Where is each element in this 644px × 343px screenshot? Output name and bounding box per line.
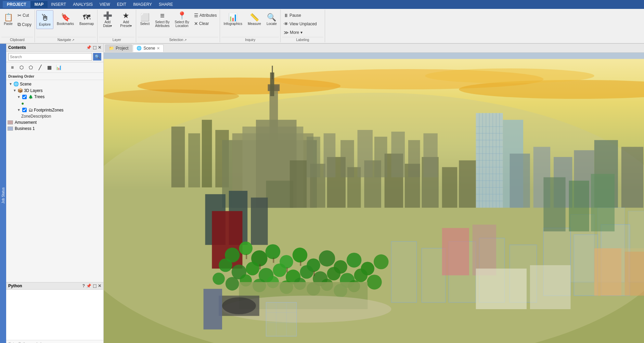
tree-item-footprintzones[interactable]: ▼ 🗂 FootprintsZones xyxy=(6,107,103,113)
attributes-button[interactable]: ☰ Attributes xyxy=(192,12,219,19)
svg-rect-14 xyxy=(272,66,273,79)
svg-point-98 xyxy=(374,254,389,269)
popout-icon[interactable]: ⬚ xyxy=(93,45,96,50)
svg-rect-8 xyxy=(188,133,200,187)
svg-point-99 xyxy=(219,259,232,272)
tree-item-scene[interactable]: ▼ 🌐 Scene xyxy=(6,81,103,87)
tree-item-trees[interactable]: ▼ 🌲 Trees xyxy=(6,94,103,100)
measure-button[interactable]: 📏 Measure xyxy=(246,10,263,29)
map-tab-scene[interactable]: 🌐 Scene ✕ xyxy=(133,44,164,52)
ribbon-group-selection: ⬜ Select ≡ Select ByAttributes 📍 Select … xyxy=(136,10,220,42)
python-help-icon[interactable]: ? xyxy=(82,283,85,288)
copy-button[interactable]: ⧉ Copy xyxy=(16,21,33,28)
cylinder-icon[interactable]: ⬡ xyxy=(17,64,26,71)
tree-item-tree-symbol: ● xyxy=(6,100,103,107)
clear-button[interactable]: ✕ Clear xyxy=(192,20,219,27)
list-icon[interactable]: ≡ xyxy=(8,64,16,71)
contents-panel: Contents 📌 ⬚ ✕ 🔍 ≡ ⬡ ⬠ ╱ ▦ 📊 Drawing Ord xyxy=(6,44,103,282)
close-panel-icon[interactable]: ✕ xyxy=(98,45,101,50)
sidebar: Contents 📌 ⬚ ✕ 🔍 ≡ ⬡ ⬠ ╱ ▦ 📊 Drawing Ord xyxy=(6,44,104,343)
add-preset-button[interactable]: ★ AddPreset▾ xyxy=(117,10,134,29)
svg-rect-84 xyxy=(251,198,268,245)
locate-button[interactable]: 🔍 Locate xyxy=(265,10,279,29)
svg-point-92 xyxy=(293,248,308,263)
tab-view[interactable]: VIEW xyxy=(96,1,114,8)
python-pin-icon[interactable]: 📌 xyxy=(86,283,91,288)
select-by-location-icon: 📍 xyxy=(177,12,186,19)
svg-rect-49 xyxy=(442,167,457,208)
paste-button[interactable]: 📋 Paste xyxy=(1,10,15,29)
tab-map[interactable]: MAP xyxy=(30,1,48,8)
cut-button[interactable]: ✂ Cut xyxy=(16,12,33,19)
infographics-button[interactable]: 📊 Infographics xyxy=(221,10,244,29)
svg-point-107 xyxy=(327,267,341,280)
tab-insert[interactable]: INSERT xyxy=(48,1,69,8)
svg-rect-136 xyxy=(473,225,496,275)
svg-point-109 xyxy=(354,268,368,282)
svg-rect-126 xyxy=(300,261,301,266)
tab-analysis[interactable]: ANALYSIS xyxy=(69,1,96,8)
scene-icon: 🌐 xyxy=(13,81,19,87)
svg-rect-122 xyxy=(246,254,247,259)
selection-label: Selection ↗ xyxy=(138,37,218,42)
paste-icon: 📋 xyxy=(4,14,13,21)
job-status-tab[interactable]: Job Status xyxy=(1,186,5,205)
table-icon[interactable]: ▦ xyxy=(45,64,53,71)
more-icon: ≫ xyxy=(284,30,289,35)
scene-viewport[interactable]: 373 m ⊞ ⊟ 0 Selected Features: 0 xyxy=(104,53,644,343)
search-button[interactable]: 🔍 xyxy=(93,53,101,61)
add-data-button[interactable]: ➕ AddData▾ xyxy=(99,10,116,29)
svg-rect-138 xyxy=(543,177,565,231)
explore-button[interactable]: 🖱 Explore xyxy=(36,10,53,29)
pause-button[interactable]: ⏸ Pause xyxy=(282,12,319,19)
select-by-location-button[interactable]: 📍 Select ByLocation xyxy=(173,10,191,29)
select-button[interactable]: ⬜ Select xyxy=(138,10,152,29)
tab-project[interactable]: PROJECT xyxy=(3,1,30,8)
copy-icon: ⧉ xyxy=(17,22,21,27)
view-unplaced-button[interactable]: 👁 View Unplaced xyxy=(282,20,319,28)
expand-arrow-footprints: ▼ xyxy=(17,108,21,112)
trees-checkbox[interactable] xyxy=(22,95,27,99)
basemap-button[interactable]: 🗺 Basemap xyxy=(77,10,96,29)
python-popout-icon[interactable]: ⬚ xyxy=(93,283,96,288)
search-input[interactable] xyxy=(8,53,92,61)
tab-share[interactable]: SHARE xyxy=(155,1,176,8)
tree-item-3d-layers[interactable]: ▼ 📦 3D Layers xyxy=(6,87,103,94)
svg-rect-51 xyxy=(510,154,530,208)
python-close-icon[interactable]: ✕ xyxy=(98,283,101,288)
bookmarks-icon: 🔖 xyxy=(61,14,70,21)
bookmarks-button[interactable]: 🔖 Bookmarks xyxy=(55,10,76,29)
scene-tab-close-icon[interactable]: ✕ xyxy=(157,46,160,51)
tab-imagery[interactable]: IMAGERY xyxy=(130,1,155,8)
project-tab-icon: 📁 xyxy=(109,46,114,51)
svg-point-88 xyxy=(239,241,253,255)
svg-rect-7 xyxy=(171,127,185,187)
tree-symbol-icon: ● xyxy=(21,101,24,106)
footprintzones-checkbox[interactable] xyxy=(22,108,27,112)
pin-icon[interactable]: 📌 xyxy=(86,45,91,50)
line-icon[interactable]: ╱ xyxy=(36,64,44,71)
svg-point-4 xyxy=(104,89,239,103)
select-by-attributes-button[interactable]: ≡ Select ByAttributes xyxy=(153,10,171,29)
tab-edit[interactable]: EDIT xyxy=(114,1,130,8)
svg-rect-156 xyxy=(374,137,387,177)
pause-icon: ⏸ xyxy=(284,13,288,18)
3d-layers-icon: 📦 xyxy=(17,88,23,93)
layer-icons-bar: ≡ ⬡ ⬠ ╱ ▦ 📊 xyxy=(6,62,103,73)
measure-icon: 📏 xyxy=(250,14,259,21)
svg-rect-153 xyxy=(324,133,336,177)
polygon-icon[interactable]: ⬠ xyxy=(27,64,35,71)
more-button[interactable]: ≫ More ▾ xyxy=(282,29,319,36)
add-data-icon: ➕ xyxy=(103,12,112,19)
svg-rect-127 xyxy=(313,271,315,276)
svg-rect-139 xyxy=(569,181,589,231)
svg-rect-66 xyxy=(422,248,445,302)
clear-icon: ✕ xyxy=(194,21,198,26)
tree-view: ▼ 🌐 Scene ▼ 📦 3D Layers ▼ 🌲 Trees xyxy=(6,80,103,282)
trees-icon: 🌲 xyxy=(28,95,33,99)
map-tab-project[interactable]: 📁 Project xyxy=(105,44,132,52)
chart-icon[interactable]: 📊 xyxy=(54,64,63,71)
svg-rect-134 xyxy=(204,289,222,330)
svg-rect-9 xyxy=(202,120,212,187)
svg-point-90 xyxy=(266,244,281,259)
